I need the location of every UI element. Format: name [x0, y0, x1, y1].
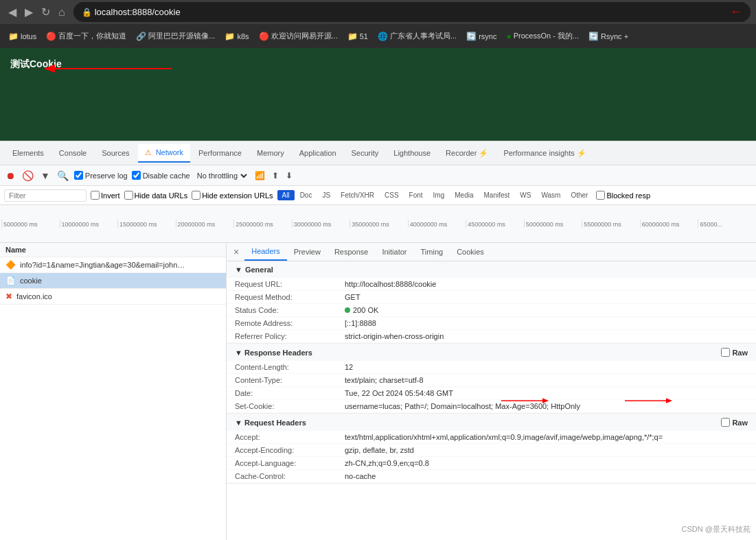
search-button[interactable]: 🔍: [56, 169, 70, 183]
throttle-select[interactable]: No throttling Slow 3G Fast 3G: [194, 171, 249, 180]
marker-8: 40000000 ms: [408, 220, 466, 228]
invert-label[interactable]: Invert: [91, 191, 120, 200]
filter-media[interactable]: Media: [450, 190, 478, 200]
hide-extension-urls-checkbox[interactable]: [192, 191, 201, 200]
main-area: Name 🔶 info?id=1&name=Jingtian&age=30&em…: [0, 243, 756, 540]
tab-console[interactable]: Console: [52, 145, 93, 161]
tab-sources[interactable]: Sources: [95, 145, 136, 161]
tab-timing[interactable]: Timing: [414, 244, 450, 260]
bookmark-k8s[interactable]: 📁 k8s: [222, 30, 251, 43]
tab-network[interactable]: ⚠ Network: [138, 144, 190, 163]
file-icon-favicon: ✖: [5, 292, 12, 301]
tab-memory[interactable]: Memory: [250, 145, 291, 161]
record-button[interactable]: ⏺: [4, 169, 16, 183]
filter-wasm[interactable]: Wasm: [536, 190, 565, 200]
file-item-info[interactable]: 🔶 info?id=1&name=Jingtian&age=30&email=j…: [0, 257, 226, 273]
invert-checkbox[interactable]: [91, 191, 100, 200]
blocked-resp-checkbox[interactable]: [596, 191, 605, 200]
bookmark-guangdong[interactable]: 🌐 广东省人事考试局...: [375, 30, 459, 43]
content-length-label: Content-Length:: [235, 363, 345, 371]
preserve-log-checkbox[interactable]: [74, 171, 83, 180]
detail-tabs: × Headers Preview Response Initiator Tim…: [227, 243, 756, 261]
tab-network-label: Network: [156, 148, 183, 156]
response-headers-section-header[interactable]: ▼ Response Headers Raw: [227, 344, 756, 361]
forward-button[interactable]: ▶: [22, 3, 36, 21]
accept-encoding-value: gzip, deflate, br, zstd: [345, 446, 748, 454]
bookmark-wangyi[interactable]: 🔴 欢迎访问网易开源...: [256, 30, 341, 43]
raw-request-label[interactable]: Raw: [721, 418, 748, 427]
marker-2: 10000000 ms: [60, 220, 118, 228]
tab-application-label: Application: [299, 149, 336, 157]
method-label: Request Method:: [235, 293, 345, 301]
marker-11: 55000000 ms: [582, 220, 640, 228]
request-triangle: ▼: [235, 419, 242, 427]
status-value: 200 OK: [345, 306, 748, 314]
request-headers-section-header[interactable]: ▼ Request Headers Raw: [227, 414, 756, 431]
tab-headers[interactable]: Headers: [244, 243, 287, 261]
filter-fetch[interactable]: Fetch/XHR: [336, 190, 379, 200]
clear-button[interactable]: 🚫: [21, 169, 35, 183]
bookmark-processon[interactable]: ● ProcessOn - 我的...: [503, 30, 582, 43]
marker-13: 65000...: [698, 220, 756, 228]
tab-elements[interactable]: Elements: [5, 145, 51, 161]
filter-js[interactable]: JS: [317, 190, 335, 200]
bookmark-51[interactable]: 📁 51: [345, 30, 371, 43]
filter-ws[interactable]: WS: [515, 190, 536, 200]
tab-perf-insights[interactable]: Performance insights ⚡: [496, 145, 593, 162]
filter-manifest[interactable]: Manifest: [479, 190, 515, 200]
address-bar-container[interactable]: 🔒 ←: [73, 2, 751, 22]
filter-input[interactable]: [4, 189, 87, 202]
disable-cache-label[interactable]: Disable cache: [132, 171, 190, 180]
filter-css[interactable]: CSS: [380, 190, 404, 200]
timeline-markers: 5000000 ms 10000000 ms 15000000 ms 20000…: [0, 220, 756, 228]
raw-request-checkbox[interactable]: [721, 418, 730, 427]
back-button[interactable]: ◀: [5, 3, 19, 21]
tab-console-label: Console: [59, 149, 87, 157]
address-bar[interactable]: [95, 7, 727, 17]
tab-response[interactable]: Response: [328, 244, 376, 260]
bookmark-rsync[interactable]: 🔄 rsync: [463, 30, 499, 43]
disable-cache-checkbox[interactable]: [132, 171, 141, 180]
filter-doc[interactable]: Doc: [295, 190, 317, 200]
tab-perf-insights-label: Performance insights ⚡: [503, 149, 586, 157]
close-detail-button[interactable]: ×: [231, 244, 242, 260]
bookmark-lotus[interactable]: 📁 lotus: [5, 30, 39, 43]
filter-all[interactable]: All: [277, 190, 295, 200]
bookmark-baidu[interactable]: 🔴 百度一下，你就知道: [43, 30, 129, 43]
file-item-favicon[interactable]: ✖ favicon.ico: [0, 289, 226, 305]
marker-5: 25000000 ms: [233, 220, 292, 228]
reload-button[interactable]: ↻: [38, 3, 53, 21]
file-item-cookie[interactable]: 📄 cookie: [0, 273, 226, 289]
method-value: GET: [345, 293, 748, 301]
hide-data-urls-label[interactable]: Hide data URLs: [124, 191, 188, 200]
tab-application[interactable]: Application: [293, 145, 343, 161]
preserve-log-label[interactable]: Preserve log: [74, 171, 128, 180]
file-name-info: info?id=1&name=Jingtian&age=30&email=joh…: [20, 261, 192, 269]
tab-recorder[interactable]: Recorder ⚡: [439, 145, 495, 162]
tab-lighthouse[interactable]: Lighthouse: [387, 145, 437, 161]
raw-response-checkbox[interactable]: [721, 348, 730, 357]
blocked-resp-label[interactable]: Blocked resp: [596, 190, 650, 200]
tab-initiator[interactable]: Initiator: [375, 244, 413, 260]
tab-performance[interactable]: Performance: [192, 145, 249, 161]
set-cookie-label: Set-Cookie:: [235, 402, 345, 410]
set-cookie-value: username=lucas; Path=/; Domain=localhost…: [345, 402, 748, 410]
tab-security[interactable]: Security: [345, 145, 386, 161]
tab-preview[interactable]: Preview: [287, 244, 328, 260]
general-section-header[interactable]: ▼ General: [227, 261, 756, 278]
filter-button[interactable]: ▼: [39, 169, 51, 183]
bookmark-rsync2[interactable]: 🔄 Rsync +: [586, 30, 631, 43]
home-button[interactable]: ⌂: [56, 3, 68, 21]
hide-extension-urls-label[interactable]: Hide extension URLs: [192, 191, 273, 200]
filter-font[interactable]: Font: [404, 190, 428, 200]
bookmark-alibaba[interactable]: 🔗 阿里巴巴开源镜像...: [133, 30, 218, 43]
download-icon[interactable]: ⬇: [284, 169, 294, 182]
tab-cookies[interactable]: Cookies: [450, 244, 491, 260]
hide-data-urls-checkbox[interactable]: [124, 191, 133, 200]
file-list-header: Name: [0, 243, 226, 257]
upload-icon[interactable]: ⬆: [271, 169, 280, 182]
raw-response-label[interactable]: Raw: [721, 348, 748, 357]
filter-img[interactable]: Img: [428, 190, 450, 200]
filter-other[interactable]: Other: [566, 190, 593, 200]
browser-toolbar: ◀ ▶ ↻ ⌂ 🔒 ←: [0, 0, 756, 24]
